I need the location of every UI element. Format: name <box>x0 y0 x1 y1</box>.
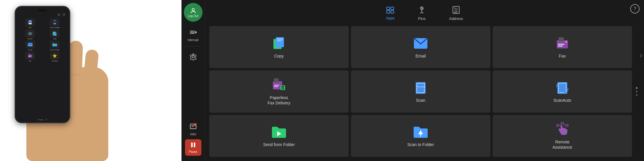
svg-point-75 <box>566 124 568 127</box>
send-from-folder-tile-label: Send from Folder <box>263 142 295 147</box>
main-content: Apps Pins <box>205 0 644 161</box>
page-dot-2 <box>636 91 638 92</box>
app-tile-paperless-fax[interactable]: Paperless Fax Delivery <box>209 70 349 112</box>
svg-rect-5 <box>54 21 56 23</box>
scanauto-tile-icon <box>555 80 570 95</box>
sidebar: Log Out Interrupt <box>181 0 205 161</box>
app-tile-copy[interactable]: Copy <box>209 26 349 68</box>
fax-tile-icon <box>555 36 570 51</box>
svg-rect-57 <box>274 78 279 82</box>
phone-app-capture: Capture <box>18 29 42 40</box>
svg-rect-53 <box>558 45 563 47</box>
apps-tab-label: Apps <box>386 16 395 20</box>
tab-pins[interactable]: Pins <box>415 5 429 22</box>
svg-rect-1 <box>29 20 32 22</box>
app-tile-email[interactable]: Email <box>351 26 490 68</box>
phone-device: ⊞ ☰ Pr <box>15 6 70 123</box>
page-indicator <box>634 25 640 158</box>
sidebar-item-jobs[interactable]: ! Jobs <box>183 119 204 138</box>
svg-rect-31 <box>191 143 193 147</box>
paperless-fax-tile-label: Paperless Fax Delivery <box>268 95 290 106</box>
svg-point-74 <box>561 122 564 124</box>
remote-assistance-tile-icon <box>555 122 570 137</box>
sidebar-divider-1 <box>184 46 202 47</box>
svg-point-25 <box>192 55 194 58</box>
logout-button[interactable]: Log Out <box>184 3 203 22</box>
interrupt-icon <box>188 27 198 38</box>
svg-rect-58 <box>274 85 279 86</box>
phone-app-copy: Copy <box>43 29 67 40</box>
apps-grid: Copy Email <box>209 25 632 158</box>
app-tile-scan[interactable]: Scan <box>351 70 490 112</box>
pause-button[interactable]: Pause <box>185 139 201 156</box>
svg-rect-2 <box>29 23 32 24</box>
email-tile-icon <box>413 36 428 51</box>
pause-icon <box>190 142 196 150</box>
svg-point-73 <box>556 124 559 127</box>
tab-apps[interactable]: Apps <box>383 5 398 21</box>
tab-address[interactable]: Address <box>446 5 466 22</box>
svg-rect-17 <box>29 56 31 56</box>
scan-tile-label: Scan <box>416 98 425 103</box>
svg-rect-14 <box>54 44 56 46</box>
phone-app-scan-mobile: Scan to Mobile <box>43 18 67 28</box>
apps-icon <box>386 6 394 15</box>
svg-rect-46 <box>277 38 283 39</box>
phone-app-fax: Fax <box>18 52 42 62</box>
address-icon <box>452 6 460 16</box>
svg-point-55 <box>566 41 567 43</box>
svg-marker-24 <box>195 31 197 34</box>
svg-line-77 <box>564 124 566 126</box>
svg-rect-63 <box>416 82 426 94</box>
app-tile-scanauto[interactable]: ScanAuto <box>493 70 632 112</box>
svg-point-20 <box>192 9 194 11</box>
app-tile-fax[interactable]: Fax <box>493 26 632 68</box>
top-nav: Apps Pins <box>209 3 640 25</box>
sidebar-item-interrupt[interactable]: Interrupt <box>183 25 204 44</box>
svg-rect-51 <box>559 37 564 41</box>
copy-tile-label: Copy <box>274 53 284 59</box>
svg-line-76 <box>559 124 561 126</box>
svg-rect-61 <box>281 86 284 88</box>
app-tile-remote-assistance[interactable]: Remote Assistance <box>493 115 632 157</box>
scanauto-tile-label: ScanAuto <box>554 98 571 103</box>
svg-rect-36 <box>391 11 394 13</box>
svg-rect-16 <box>29 54 30 55</box>
phone-app-favorites: Favorites <box>43 52 67 62</box>
pins-icon <box>418 6 426 16</box>
svg-rect-33 <box>387 7 390 10</box>
svg-marker-19 <box>52 54 57 58</box>
svg-rect-32 <box>194 143 195 147</box>
help-button[interactable]: ? <box>630 4 640 13</box>
app-tile-scan-to-folder[interactable]: Scan to Folder <box>351 115 490 157</box>
page-dot-1 <box>636 87 638 89</box>
svg-rect-59 <box>274 86 278 87</box>
scan-tile-icon <box>413 80 428 95</box>
settings-icon <box>188 51 198 62</box>
svg-rect-18 <box>29 57 30 57</box>
jobs-icon: ! <box>188 121 198 132</box>
svg-rect-62 <box>281 88 284 89</box>
svg-rect-3 <box>28 22 28 23</box>
phone-app-email: E-mail <box>18 40 42 51</box>
send-from-folder-tile-icon <box>271 124 287 140</box>
app-tile-send-from-folder[interactable]: Send from Folder <box>209 115 349 157</box>
logout-label: Log Out <box>188 14 198 18</box>
phone-app-print: Print <box>18 18 42 28</box>
svg-point-6 <box>54 23 55 24</box>
svg-rect-48 <box>277 41 281 41</box>
paperless-fax-tile-icon <box>271 77 287 93</box>
scan-to-folder-tile-icon <box>413 124 428 140</box>
chevron-right-icon <box>640 54 642 58</box>
sidebar-item-settings[interactable] <box>183 49 204 64</box>
svg-rect-34 <box>391 7 394 10</box>
address-tab-label: Address <box>449 16 463 21</box>
interrupt-label: Interrupt <box>188 38 198 42</box>
pause-label: Pause <box>189 150 197 153</box>
pins-tab-label: Pins <box>418 16 425 21</box>
scan-to-folder-tile-label: Scan to Folder <box>407 142 434 147</box>
ui-section: Log Out Interrupt <box>181 0 644 161</box>
logout-icon <box>190 7 196 14</box>
phone-app-scan-folder: Scan to Folder <box>43 40 67 51</box>
page-dot-3 <box>636 94 638 96</box>
